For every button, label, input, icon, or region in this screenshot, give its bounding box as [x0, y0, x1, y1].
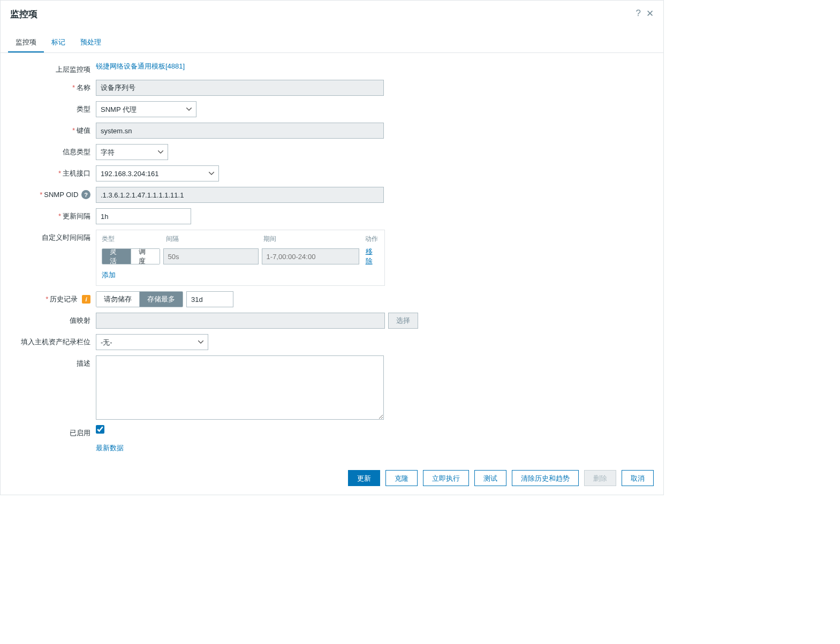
row-host-interface: *主机接口 192.168.3.204:161: [10, 165, 654, 181]
label-info-type: 信息类型: [10, 144, 96, 157]
tab-tags[interactable]: 标记: [44, 33, 73, 52]
interval-period-input[interactable]: [262, 248, 359, 264]
intervals-box: 类型 间隔 期间 动作 灵活 调度 移除 添加: [96, 230, 385, 286]
row-asset: 填入主机资产纪录栏位 -无-: [10, 334, 654, 350]
parent-template-link[interactable]: 锐捷网络设备通用模板[4881]: [96, 62, 185, 71]
update-button[interactable]: 更新: [348, 470, 380, 486]
latest-data-link[interactable]: 最新数据: [96, 443, 124, 453]
row-history: *历史记录 i 请勿储存 存储最多: [10, 291, 654, 307]
label-type: 类型: [10, 101, 96, 114]
label-name: *名称: [10, 80, 96, 93]
intervals-col-type: 类型: [102, 234, 166, 244]
row-name: *名称: [10, 80, 654, 96]
dialog-footer: 更新 克隆 立即执行 测试 清除历史和趋势 删除 取消: [1, 464, 663, 495]
type-select[interactable]: SNMP 代理: [96, 101, 196, 117]
interval-type-toggle: 灵活 调度: [102, 248, 160, 264]
history-mode-toggle: 请勿储存 存储最多: [96, 291, 183, 307]
label-enabled: 已启用: [10, 425, 96, 438]
help-icon[interactable]: ?: [636, 8, 641, 19]
label-value-map: 值映射: [10, 313, 96, 325]
label-custom-intervals: 自定义时间间隔: [10, 230, 96, 243]
row-value-map: 值映射 选择: [10, 313, 654, 329]
snmp-oid-input[interactable]: [96, 187, 384, 203]
test-button[interactable]: 测试: [474, 470, 506, 486]
cancel-button[interactable]: 取消: [622, 470, 654, 486]
enabled-checkbox[interactable]: [96, 425, 104, 434]
row-parent-item: 上层监控项 锐捷网络设备通用模板[4881]: [10, 62, 654, 74]
interval-type-flex[interactable]: 灵活: [102, 249, 131, 264]
label-snmp-oid: *SNMP OID ?: [10, 187, 96, 199]
close-icon[interactable]: ✕: [646, 8, 654, 19]
row-custom-intervals: 自定义时间间隔 类型 间隔 期间 动作 灵活 调度: [10, 230, 654, 286]
label-update-interval: *更新间隔: [10, 208, 96, 221]
interval-remove-link[interactable]: 移除: [366, 247, 379, 266]
tab-item[interactable]: 监控项: [8, 33, 44, 52]
label-asset: 填入主机资产纪录栏位: [10, 334, 96, 347]
execute-now-button[interactable]: 立即执行: [423, 470, 469, 486]
interval-delay-input[interactable]: [163, 248, 259, 264]
row-update-interval: *更新间隔: [10, 208, 654, 224]
row-enabled: 已启用: [10, 425, 654, 438]
label-parent-item: 上层监控项: [10, 62, 96, 74]
update-interval-input[interactable]: [96, 208, 191, 224]
row-snmp-oid: *SNMP OID ?: [10, 187, 654, 203]
interval-type-sched[interactable]: 调度: [131, 249, 160, 264]
form-body: 上层监控项 锐捷网络设备通用模板[4881] *名称 类型 SNMP 代理 *键…: [1, 53, 663, 464]
history-mode-store[interactable]: 存储最多: [140, 292, 183, 307]
label-description: 描述: [10, 355, 96, 368]
clear-history-button[interactable]: 清除历史和趋势: [512, 470, 579, 486]
header-icons: ? ✕: [636, 8, 654, 19]
row-type: 类型 SNMP 代理: [10, 101, 654, 117]
intervals-col-period: 期间: [263, 234, 365, 244]
item-dialog: 监控项 ? ✕ 监控项 标记 预处理 上层监控项 锐捷网络设备通用模板[4881…: [0, 0, 664, 495]
asset-select[interactable]: -无-: [96, 334, 208, 350]
host-interface-select[interactable]: 192.168.3.204:161: [96, 165, 219, 181]
dialog-header: 监控项 ? ✕: [1, 1, 663, 26]
dialog-title: 监控项: [10, 8, 37, 20]
value-map-select-button: 选择: [388, 313, 418, 329]
key-input[interactable]: [96, 123, 384, 139]
intervals-col-interval: 间隔: [166, 234, 263, 244]
tab-preprocessing[interactable]: 预处理: [73, 33, 109, 52]
info-type-select[interactable]: 字符: [96, 144, 168, 160]
intervals-col-action: 动作: [365, 234, 379, 244]
row-latest-data: 最新数据: [10, 443, 654, 453]
clone-button[interactable]: 克隆: [385, 470, 418, 486]
history-mode-none[interactable]: 请勿储存: [96, 292, 140, 307]
row-description: 描述: [10, 355, 654, 420]
description-textarea[interactable]: [96, 355, 384, 420]
snmp-oid-help-icon[interactable]: ?: [81, 190, 90, 199]
interval-add-link[interactable]: 添加: [102, 270, 116, 280]
row-key: *键值: [10, 123, 654, 139]
history-value-input[interactable]: [186, 291, 233, 307]
delete-button: 删除: [584, 470, 616, 486]
intervals-row: 灵活 调度 移除: [102, 247, 379, 266]
name-input[interactable]: [96, 80, 384, 96]
history-info-icon[interactable]: i: [82, 295, 90, 304]
label-host-interface: *主机接口: [10, 165, 96, 178]
label-key: *键值: [10, 123, 96, 135]
value-map-input: [96, 313, 385, 329]
label-history: *历史记录 i: [10, 291, 96, 304]
row-info-type: 信息类型 字符: [10, 144, 654, 160]
intervals-head: 类型 间隔 期间 动作: [102, 234, 379, 244]
tabs: 监控项 标记 预处理: [1, 33, 663, 53]
